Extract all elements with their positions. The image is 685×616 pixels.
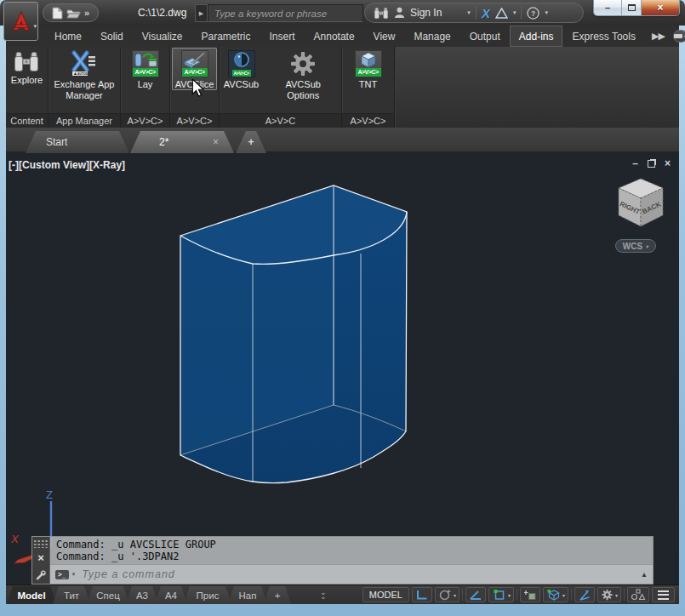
window-minimize-button[interactable]: – <box>594 0 622 15</box>
help-icon[interactable]: ? <box>527 7 539 20</box>
tab-add-ins[interactable]: Add-ins <box>510 26 563 47</box>
divider <box>571 589 572 601</box>
wcs-dropdown[interactable]: WCS ▾ <box>615 239 656 253</box>
ucs-x-label: X <box>10 533 20 545</box>
file-tab-drawing2[interactable]: 2* × <box>130 131 234 153</box>
command-customize-wrench-icon[interactable] <box>35 569 47 581</box>
window-controls: – × <box>593 0 680 16</box>
command-input[interactable]: >_ ▾ Type a command ▲ <box>50 564 653 584</box>
search-binoculars-icon[interactable] <box>374 7 389 20</box>
status-bar-menu-button[interactable] <box>652 587 675 602</box>
command-window[interactable]: × Command: _u AVCSLICE GROUP Command: _u… <box>31 536 654 585</box>
titlebar-right-panel: Sign In ▾ X ▾ ? ▾ <box>364 3 584 23</box>
layout-tab-tit[interactable]: Тит <box>53 586 90 604</box>
3d-object-snap-button[interactable]: ▾ <box>543 587 568 602</box>
viewport-controls-label[interactable]: [-][Custom View][X-Ray] <box>9 159 125 171</box>
command-drag-handle[interactable] <box>33 539 49 548</box>
a360-dropdown-icon[interactable]: ▾ <box>513 9 517 16</box>
ortho-mode-button[interactable] <box>465 587 486 602</box>
gear-icon <box>289 50 317 77</box>
file-tab-close-icon[interactable]: × <box>213 136 219 148</box>
ribbon-minimize-button[interactable]: ▾ <box>673 30 685 43</box>
tab-visualize[interactable]: Visualize <box>133 26 192 47</box>
panel-title-avc-2: A>V>C> <box>170 113 219 128</box>
avcsub-options-button[interactable]: AVCSub Options <box>265 48 340 101</box>
drawing-viewport[interactable]: [-][Custom View][X-Ray] – × <box>6 153 679 585</box>
customization-button[interactable]: ▾ <box>597 587 621 602</box>
viewport-restore-button[interactable] <box>648 160 655 168</box>
tnt-button[interactable]: A>V>C> TNT <box>351 48 385 90</box>
new-file-icon[interactable] <box>52 7 63 20</box>
tab-solid[interactable]: Solid <box>91 26 133 47</box>
layout-tab-pris[interactable]: Прис <box>184 586 231 604</box>
viewport-close-button[interactable]: × <box>665 158 671 168</box>
user-icon[interactable] <box>394 7 405 19</box>
a360-icon[interactable] <box>495 8 508 19</box>
dropdown-icon: ▾ <box>562 592 565 598</box>
avcsub-button[interactable]: A>V>C> AVCSub <box>220 48 262 90</box>
divider <box>517 589 517 601</box>
isolate-objects-button[interactable] <box>627 587 649 602</box>
tab-express-tools[interactable]: Express Tools <box>562 26 644 47</box>
divider <box>462 589 463 601</box>
layout-overflow-icon[interactable]: ⌄⌄ <box>320 590 327 599</box>
dynamic-ucs-button[interactable] <box>574 587 595 602</box>
explore-button[interactable]: Explore <box>8 48 46 86</box>
qat-expand-icon[interactable]: » <box>84 8 89 18</box>
titlebar: » C:\1\2.dwg ▶ Type a keyword or phrase … <box>0 0 685 26</box>
open-file-icon[interactable] <box>66 8 81 19</box>
tab-view[interactable]: View <box>364 26 405 47</box>
lay-button[interactable]: A>V>C> Lay <box>128 48 163 90</box>
snap-tracking-button[interactable] <box>520 587 540 602</box>
divider <box>476 6 477 20</box>
command-history: Command: _u AVCSLICE GROUP Command: _u '… <box>50 537 653 564</box>
tab-annotate[interactable]: Annotate <box>305 26 364 47</box>
grid-display-button[interactable]: ▾ <box>435 587 460 602</box>
tab-output[interactable]: Output <box>460 26 510 47</box>
ortho-mode-icon <box>469 589 482 601</box>
layout-tab-model[interactable]: Model <box>7 586 56 604</box>
search-input[interactable]: Type a keyword or phrase <box>208 4 363 22</box>
window-close-button[interactable]: × <box>642 0 679 15</box>
viewport-window-controls: – × <box>632 158 671 168</box>
panel-title-avc-1: A>V>C> <box>121 113 169 128</box>
viewcube[interactable]: RIGHT BACK <box>607 172 675 238</box>
avcslice-icon: A>V>C> <box>181 50 208 77</box>
sign-in-dropdown-icon[interactable]: ▾ <box>467 9 471 16</box>
file-tab-start[interactable]: Start <box>26 131 129 153</box>
svg-text:?: ? <box>531 9 535 17</box>
object-snap-button[interactable]: ▾ <box>488 587 514 602</box>
divider <box>521 6 522 20</box>
command-placeholder: Type a command <box>82 568 175 580</box>
3d-solid-model[interactable] <box>6 153 678 585</box>
snap-mode-icon <box>415 589 429 601</box>
tab-home[interactable]: Home <box>45 26 91 47</box>
new-drawing-tab-button[interactable]: + <box>236 131 266 153</box>
layout-tab-a4[interactable]: А4 <box>155 586 187 604</box>
command-recent-dropdown-icon[interactable]: ▾ <box>72 571 76 578</box>
application-menu-button[interactable]: ▾ <box>3 2 38 41</box>
command-scroll-up-icon[interactable]: ▲ <box>641 571 648 579</box>
layout-tab-spec[interactable]: Спец <box>87 586 129 604</box>
viewport-minimize-button[interactable]: – <box>632 158 638 168</box>
model-space-button[interactable]: MODEL <box>362 587 409 602</box>
tab-manage[interactable]: Manage <box>404 26 460 47</box>
hamburger-icon <box>658 590 669 592</box>
window-maximize-button[interactable] <box>622 0 642 15</box>
sign-in-button[interactable]: Sign In <box>410 7 442 19</box>
exchange-app-manager-button[interactable]: AUTODESK Exchange App Manager <box>49 48 119 101</box>
tab-overflow-icon[interactable]: ▶▶ <box>652 26 665 47</box>
panel-title-avc-3: A>V>C <box>220 113 341 128</box>
command-close-button[interactable]: × <box>37 551 44 564</box>
application-window: Home Solid Visualize Parametric Insert A… <box>6 26 679 604</box>
tab-parametric[interactable]: Parametric <box>192 26 260 47</box>
quick-access-toolbar: » <box>43 3 99 22</box>
new-layout-button[interactable]: + <box>264 586 291 604</box>
search-go-button[interactable]: ▶ <box>195 4 208 22</box>
layout-tab-a3[interactable]: А3 <box>126 586 158 604</box>
layout-tab-nap[interactable]: Нап <box>228 586 267 604</box>
snap-mode-button[interactable] <box>412 587 432 602</box>
exchange-apps-icon[interactable]: X <box>482 6 490 20</box>
tab-insert[interactable]: Insert <box>260 26 305 47</box>
help-dropdown-icon[interactable]: ▾ <box>545 9 548 16</box>
